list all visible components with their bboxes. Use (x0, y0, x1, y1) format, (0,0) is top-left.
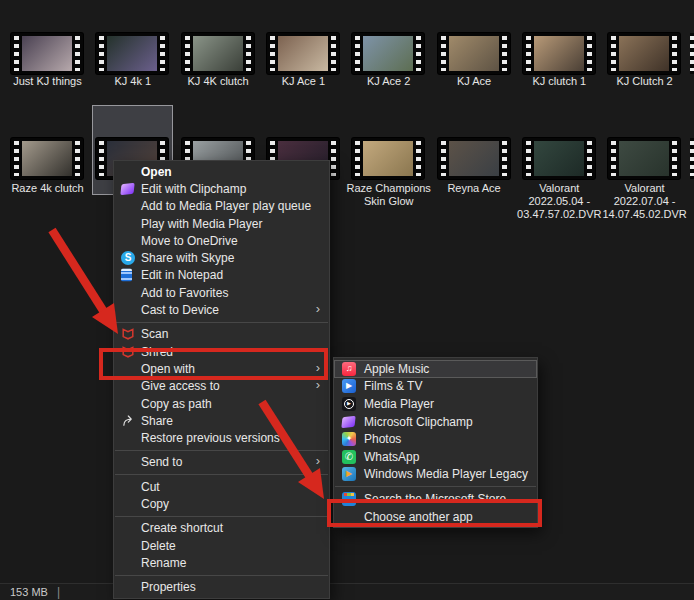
file-label: Valorant 2022.07.04 - 14.07.45.02.DVR (598, 182, 691, 221)
notepad-icon (121, 269, 132, 282)
menu-item-label: Share (141, 414, 173, 428)
menu-item-label: Delete (141, 539, 176, 553)
menu-item-edit-with-clipchamp[interactable]: Edit with Clipchamp (114, 180, 329, 197)
filmstrip-thumbnail (352, 33, 424, 74)
apple-music-icon: ♫ (342, 362, 356, 376)
clipchamp-icon (120, 183, 134, 195)
file-label: KJ 4k 1 (86, 75, 179, 88)
filmstrip-thumbnail (182, 33, 254, 74)
file-label: KJ clutch 1 (513, 75, 606, 88)
status-bar: 153 MB | (0, 583, 694, 600)
menu-item-share[interactable]: Share (114, 412, 329, 429)
photos-icon: ✦ (342, 432, 356, 446)
filmstrip-thumbnail (608, 138, 680, 179)
menu-item-properties[interactable]: Properties (114, 579, 329, 596)
menu-item-label: Microsoft Clipchamp (364, 415, 473, 429)
menu-item-label: Play with Media Player (141, 217, 262, 231)
wmp-legacy-icon: ▶ (342, 467, 356, 481)
menu-item-scan[interactable]: Scan (114, 326, 329, 343)
media-player-icon: ▶ (342, 397, 356, 411)
menu-item-share-with-skype[interactable]: SShare with Skype (114, 249, 329, 266)
menu-item-label: Give access to (141, 379, 220, 393)
menu-item-cast-to-device[interactable]: Cast to Device› (114, 301, 329, 318)
menu-item-label: Add to Favorites (141, 286, 228, 300)
menu-item-add-to-media-player-play-queue[interactable]: Add to Media Player play queue (114, 198, 329, 215)
menu-item-label: Windows Media Player Legacy (364, 467, 528, 481)
menu-item-label: Copy (141, 497, 169, 511)
filmstrip-thumbnail (96, 33, 168, 74)
menu-item-rename[interactable]: Rename (114, 554, 329, 571)
clipped-filmstrip-thumbnail (690, 138, 694, 179)
menu-separator (115, 575, 328, 576)
filmstrip-thumbnail (438, 33, 510, 74)
submenu-item-windows-media-player-legacy[interactable]: ▶Windows Media Player Legacy (334, 466, 537, 484)
menu-item-copy[interactable]: Copy (114, 495, 329, 512)
menu-item-edit-in-notepad[interactable]: Edit in Notepad (114, 267, 329, 284)
filmstrip-thumbnail (352, 138, 424, 179)
submenu-item-photos[interactable]: ✦Photos (334, 430, 537, 448)
menu-item-play-with-media-player[interactable]: Play with Media Player (114, 215, 329, 232)
file-label: KJ Clutch 2 (598, 75, 691, 88)
menu-item-label: Add to Media Player play queue (141, 199, 311, 213)
menu-item-label: Scan (141, 327, 168, 341)
file-label: Just KJ things (1, 75, 94, 88)
submenu-item-microsoft-clipchamp[interactable]: Microsoft Clipchamp (334, 413, 537, 431)
menu-item-label: Media Player (364, 397, 434, 411)
menu-item-send-to[interactable]: Send to› (114, 454, 329, 471)
menu-item-add-to-favorites[interactable]: Add to Favorites (114, 284, 329, 301)
menu-item-open[interactable]: Open (114, 163, 329, 180)
filmstrip-thumbnail (11, 33, 83, 74)
filmstrip-thumbnail (523, 33, 595, 74)
file-label: Raze Champions Skin Glow (342, 182, 435, 208)
submenu-item-media-player[interactable]: ▶Media Player (334, 395, 537, 413)
menu-item-label: Photos (364, 432, 401, 446)
films-tv-icon: ▶ (342, 379, 356, 393)
submenu-item-whatsapp[interactable]: ✆WhatsApp (334, 448, 537, 466)
menu-separator (115, 474, 328, 475)
submenu-chevron-icon: › (316, 455, 320, 468)
filmstrip-thumbnail (11, 138, 83, 179)
menu-item-label: Cast to Device (141, 303, 219, 317)
menu-separator (115, 516, 328, 517)
filmstrip-thumbnail (608, 33, 680, 74)
menu-item-label: Films & TV (364, 379, 422, 393)
annotation-box-open-with (99, 348, 328, 380)
menu-item-label: Cut (141, 480, 160, 494)
menu-item-copy-as-path[interactable]: Copy as path (114, 395, 329, 412)
menu-item-give-access-to[interactable]: Give access to› (114, 378, 329, 395)
menu-item-label: Move to OneDrive (141, 234, 238, 248)
menu-item-restore-previous-versions[interactable]: Restore previous versions (114, 429, 329, 446)
menu-separator (115, 322, 328, 323)
file-label: KJ Ace (428, 75, 521, 88)
menu-item-label: Rename (141, 556, 186, 570)
menu-item-move-to-onedrive[interactable]: Move to OneDrive (114, 232, 329, 249)
filmstrip-thumbnail (267, 33, 339, 74)
submenu-chevron-icon: › (316, 302, 320, 315)
file-label: Reyna Ace (428, 182, 521, 195)
menu-item-cut[interactable]: Cut (114, 478, 329, 495)
menu-item-label: Share with Skype (141, 251, 234, 265)
filmstrip-thumbnail (523, 138, 595, 179)
clipped-filmstrip-thumbnail (690, 33, 694, 74)
menu-item-label: Restore previous versions (141, 431, 280, 445)
submenu-item-films-tv[interactable]: ▶Films & TV (334, 378, 537, 396)
menu-item-create-shortcut[interactable]: Create shortcut (114, 520, 329, 537)
skype-icon: S (121, 251, 135, 265)
clipchamp-icon (341, 415, 355, 427)
menu-separator (335, 486, 536, 487)
file-explorer-window: Just KJ thingsKJ 4k 1KJ 4K clutchKJ Ace … (0, 0, 694, 600)
menu-item-label: Apple Music (364, 362, 429, 376)
submenu-item-apple-music[interactable]: ♫Apple Music (334, 360, 537, 378)
menu-item-label: WhatsApp (364, 450, 419, 464)
share-icon (121, 414, 135, 428)
file-label: KJ Ace 2 (342, 75, 435, 88)
filmstrip-thumbnail (438, 138, 510, 179)
file-label: Raze 4k clutch (1, 182, 94, 195)
mcafee-scan-icon (121, 327, 135, 341)
menu-item-delete[interactable]: Delete (114, 537, 329, 554)
annotation-arrow-open-with (52, 230, 118, 334)
menu-item-label: Create shortcut (141, 521, 223, 535)
menu-item-label: Send to (141, 455, 182, 469)
menu-item-label: Edit with Clipchamp (141, 182, 246, 196)
menu-separator (115, 450, 328, 451)
